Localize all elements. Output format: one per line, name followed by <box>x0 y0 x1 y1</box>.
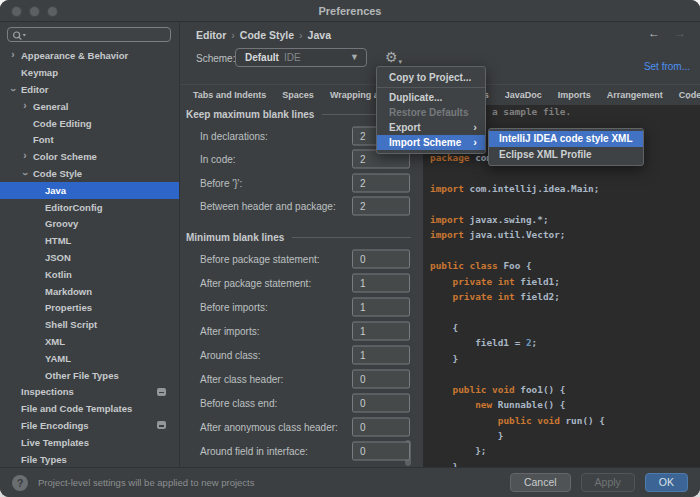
tab-imports[interactable]: Imports <box>558 90 591 100</box>
sidebar-item-file-types[interactable]: File Types <box>0 451 179 467</box>
number-field-between-header-and-package[interactable]: 2 <box>352 197 410 216</box>
sidebar-item-label: Appearance & Behavior <box>19 50 128 61</box>
field-label: After class header: <box>200 374 283 385</box>
tab-arrangement[interactable]: Arrangement <box>607 90 663 100</box>
sidebar-item-label: Shell Script <box>43 319 97 330</box>
sidebar-item-label: Code Style <box>31 168 82 179</box>
number-field-after-anonymous-class-header[interactable]: 0 <box>352 418 410 437</box>
number-field-after-imports[interactable]: 1 <box>352 322 410 341</box>
number-field-before-imports[interactable]: 1 <box>352 298 410 317</box>
chevron-collapsed-icon[interactable]: › <box>7 50 19 61</box>
sidebar-item-xml[interactable]: XML <box>0 333 179 350</box>
preferences-dialog: Preferences ›Appearance & BehaviorKeymap… <box>0 0 700 497</box>
scheme-suffix: IDE <box>279 52 301 63</box>
field-label: In declarations: <box>200 130 268 141</box>
number-field-after-class-header[interactable]: 0 <box>352 370 410 389</box>
scheme-actions-button[interactable]: ⚙▾ <box>385 47 411 67</box>
chevron-expanded-icon[interactable]: › <box>7 84 19 95</box>
menu-item-restore-defaults: Restore Defaults <box>377 105 485 120</box>
search-input[interactable] <box>7 27 171 42</box>
search-icon <box>12 30 27 42</box>
sidebar-item-label: HTML <box>43 235 71 246</box>
sidebar-item-label: Keymap <box>19 67 58 78</box>
sidebar-item-inspections[interactable]: Inspections <box>0 383 179 400</box>
scheme-dropdown[interactable]: DefaultIDE ▼ <box>235 48 367 67</box>
form-row: Before class end:0 <box>180 391 423 415</box>
form-row: After package statement:1 <box>180 271 423 295</box>
sidebar-item-properties[interactable]: Properties <box>0 299 179 316</box>
sidebar-item-font[interactable]: Font <box>0 131 179 148</box>
sidebar-item-java[interactable]: Java <box>0 182 179 199</box>
sidebar-item-live-templates[interactable]: Live Templates <box>0 434 179 451</box>
sidebar-item-code-editing[interactable]: Code Editing <box>0 115 179 132</box>
dialog-footer: ? Project-level settings will be applied… <box>0 467 700 497</box>
sidebar-item-code-style[interactable]: ›Code Style <box>0 165 179 182</box>
code-line: { <box>430 320 700 335</box>
sidebar-item-label: General <box>31 101 68 112</box>
code-line: public class Foo { <box>430 258 700 273</box>
sidebar-item-json[interactable]: JSON <box>0 249 179 266</box>
sidebar-item-html[interactable]: HTML <box>0 232 179 249</box>
sidebar-item-yaml[interactable]: YAML <box>0 350 179 367</box>
tab-tabs-and-indents[interactable]: Tabs and Indents <box>193 90 266 100</box>
sidebar-item-shell-script[interactable]: Shell Script <box>0 316 179 333</box>
submenu-arrow-icon: › <box>473 120 477 134</box>
sidebar-item-general[interactable]: ›General <box>0 98 179 115</box>
number-field-around-field-in-interface[interactable]: 0 <box>352 442 410 461</box>
sidebar-item-file-encodings[interactable]: File Encodings <box>0 417 179 434</box>
field-label: Before package statement: <box>200 254 320 265</box>
sidebar-item-editorconfig[interactable]: EditorConfig <box>0 199 179 216</box>
sidebar-item-markdown[interactable]: Markdown <box>0 283 179 300</box>
section-title: Keep maximum blank lines <box>186 109 314 120</box>
breadcrumb: Editor›Code Style›Java <box>196 29 331 41</box>
breadcrumb-item[interactable]: Java <box>308 29 331 41</box>
sidebar-item-editor[interactable]: ›Editor <box>0 81 179 98</box>
breadcrumb-item[interactable]: Code Style <box>240 29 294 41</box>
menu-item-import-scheme[interactable]: Import Scheme› <box>377 135 485 150</box>
menu-item-copy-to-project[interactable]: Copy to Project... <box>377 70 485 85</box>
field-label: In code: <box>200 154 236 165</box>
tabs-overflow-chevron-icon[interactable]: ⌄ <box>684 90 692 101</box>
sidebar-item-label: Other File Types <box>43 370 119 381</box>
sidebar-item-file-and-code-templates[interactable]: File and Code Templates <box>0 400 179 417</box>
breadcrumb-item[interactable]: Editor <box>196 29 226 41</box>
submenu-item-eclipse-xml-profile[interactable]: Eclipse XML Profile <box>489 147 643 163</box>
set-from-link[interactable]: Set from... <box>644 61 690 72</box>
number-field-before-class-end[interactable]: 0 <box>352 394 410 413</box>
chevron-collapsed-icon[interactable]: › <box>19 101 31 112</box>
number-field-before[interactable]: 2 <box>352 173 410 192</box>
cancel-button[interactable]: Cancel <box>510 473 571 492</box>
back-icon[interactable]: ← <box>648 26 660 40</box>
field-label: Around field in interface: <box>200 446 308 457</box>
number-field-around-class[interactable]: 1 <box>352 346 410 365</box>
scheme-label: Scheme: <box>196 53 235 64</box>
sidebar-item-label: Color Scheme <box>31 151 97 162</box>
sidebar-item-groovy[interactable]: Groovy <box>0 215 179 232</box>
number-field-before-package-statement[interactable]: 0 <box>352 250 410 269</box>
sidebar-item-label: Code Editing <box>31 118 92 129</box>
sidebar-item-label: Inspections <box>19 386 74 397</box>
field-label: After imports: <box>200 326 259 337</box>
sidebar-item-keymap[interactable]: Keymap <box>0 64 179 81</box>
tab-spaces[interactable]: Spaces <box>282 90 314 100</box>
sidebar-item-other-file-types[interactable]: Other File Types <box>0 367 179 384</box>
chevron-collapsed-icon[interactable]: › <box>19 151 31 162</box>
number-field-after-package-statement[interactable]: 1 <box>352 274 410 293</box>
tab-javadoc[interactable]: JavaDoc <box>505 90 542 100</box>
menu-item-export[interactable]: Export› <box>377 120 485 135</box>
sidebar-item-label: Font <box>31 134 54 145</box>
sidebar-item-kotlin[interactable]: Kotlin <box>0 266 179 283</box>
chevron-expanded-icon[interactable]: › <box>19 168 31 179</box>
help-icon[interactable]: ? <box>12 475 28 491</box>
submenu-item-intellij-idea-code-style-xml[interactable]: IntelliJ IDEA code style XML <box>489 131 643 147</box>
sidebar-item-color-scheme[interactable]: ›Color Scheme <box>0 148 179 165</box>
sidebar-item-label: Groovy <box>43 218 78 229</box>
sidebar-item-label: EditorConfig <box>43 202 103 213</box>
sidebar-item-label: Java <box>43 185 66 196</box>
sidebar-item-label: XML <box>43 336 65 347</box>
import-scheme-submenu: IntelliJ IDEA code style XMLEclipse XML … <box>488 128 644 166</box>
ok-button[interactable]: OK <box>645 473 688 492</box>
menu-item-duplicate[interactable]: Duplicate... <box>377 90 485 105</box>
sidebar-item-appearance-behavior[interactable]: ›Appearance & Behavior <box>0 48 179 65</box>
sidebar-item-label: Properties <box>43 302 92 313</box>
